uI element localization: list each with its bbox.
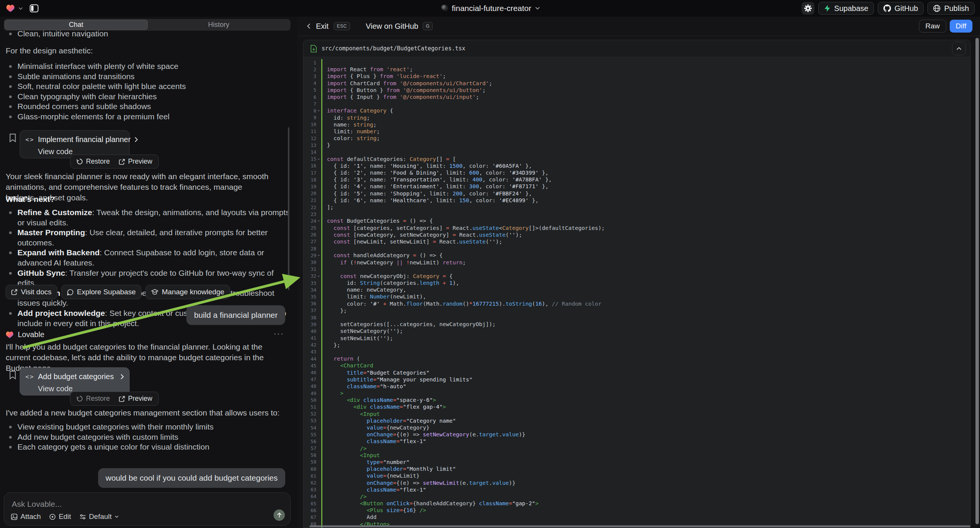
edit-button[interactable]: Edit — [49, 512, 71, 521]
code-line: 34 name: newCategory, — [304, 286, 970, 293]
back-chevron-icon[interactable] — [307, 23, 311, 29]
raw-button[interactable]: Raw — [919, 20, 946, 33]
bookmark-icon[interactable] — [9, 133, 16, 142]
project-chevron-icon — [535, 7, 540, 10]
code-line: 24›const BudgetCategories = () => { — [304, 218, 970, 224]
step-label: Refine & Customize — [18, 208, 92, 217]
code-line: 45 <ChartCard — [304, 362, 970, 369]
view-on-github-button[interactable]: View on GitHub G — [366, 22, 433, 31]
code-scrollbar-vertical[interactable] — [975, 38, 979, 524]
code-line: 53 placeholder="Category name" — [304, 417, 970, 424]
chat-input[interactable]: Ask Lovable... — [12, 499, 283, 509]
chevron-right-icon — [134, 137, 138, 142]
restore-button[interactable]: Restore — [73, 157, 114, 165]
more-options-icon[interactable]: ··· — [274, 329, 284, 339]
tab-history[interactable]: History — [148, 20, 290, 30]
external-link-icon — [119, 396, 125, 402]
code-line: 66 <Plus size={16} /> — [304, 507, 970, 514]
code-line: 33 id: String(categories.length + 1), — [304, 280, 970, 286]
version-card-implement-financial-planner[interactable]: <> Implement financial planner View code — [20, 130, 130, 158]
github-icon — [883, 5, 891, 12]
code-line: 54 value={newCategory} — [304, 424, 970, 431]
publish-button[interactable]: Publish — [928, 2, 975, 15]
globe-icon — [933, 5, 940, 12]
visit-docs-button[interactable]: Visit docs — [6, 285, 57, 299]
code-line: 47 subtitle="Manage your spending limits… — [304, 376, 970, 383]
version-card-add-budget-categories[interactable]: <> Add budget categories View code — [20, 367, 130, 396]
sliders-icon — [80, 514, 86, 520]
model-label: Default — [89, 512, 112, 521]
code-scrollbar-horizontal[interactable] — [310, 525, 970, 527]
code-line: 50 <div className="space-y-6"> — [304, 396, 970, 403]
tab-chat[interactable]: Chat — [5, 20, 148, 30]
code-line: 38 — [304, 314, 970, 321]
list-item: View existing budget categories with the… — [0, 422, 288, 432]
list-item: Refine & Customize: Tweak the design, an… — [0, 208, 293, 227]
list-item: Clean typography with clear hierarchies — [0, 92, 288, 102]
list-item: Subtle animations and transitions — [0, 72, 288, 82]
code-line: 10 name: string; — [304, 121, 970, 128]
chat-bubble-icon — [67, 289, 73, 296]
sidebar-toggle-icon[interactable] — [30, 4, 39, 13]
send-button[interactable] — [274, 509, 285, 521]
code-file-card: src/components/budget/BudgetCategories.t… — [303, 40, 970, 528]
project-switcher[interactable]: financial-future-creator — [440, 4, 539, 13]
code-line: 20 { id: '5', name: 'Shopping', limit: 2… — [304, 190, 970, 197]
code-line: 3import { Plus } from 'lucide-react'; — [304, 73, 970, 80]
file-header[interactable]: src/components/budget/BudgetCategories.t… — [304, 40, 970, 57]
knowledge-icon — [151, 289, 158, 295]
file-path: src/components/budget/BudgetCategories.t… — [321, 45, 952, 52]
supabase-label: Supabase — [834, 4, 868, 13]
code-line: 8›interface Category { — [304, 107, 970, 114]
user-message: would be cool if you could add budget ca… — [98, 468, 285, 488]
explore-supabase-button[interactable]: Explore Supabase — [61, 285, 141, 299]
esc-key-badge: ESC — [334, 22, 350, 30]
chevron-down-icon — [115, 515, 119, 518]
collapse-button[interactable] — [952, 42, 966, 55]
code-line: 57 /> — [304, 445, 970, 452]
code-line: 32› const newCategoryObj: Category = { — [304, 273, 970, 280]
explore-supabase-label: Explore Supabase — [77, 288, 135, 296]
settings-button[interactable] — [802, 2, 815, 15]
diff-button[interactable]: Diff — [950, 20, 972, 33]
code-line: 25 const [categories, setCategories] = R… — [304, 224, 970, 231]
code-line: 48 className="h-auto" — [304, 383, 970, 390]
design-bullet-list: Minimalist interface with plenty of whit… — [0, 61, 288, 122]
code-line: 4import ChartCard from '@/components/ui/… — [304, 80, 970, 87]
preview-button[interactable]: Preview — [115, 395, 156, 402]
code-line: 5import { Button } from '@/components/ui… — [304, 87, 970, 94]
code-content[interactable]: 12import React from 'react';3import { Pl… — [304, 57, 970, 528]
code-viewer-panel: Exit ESC View on GitHub G Raw Diff src/c — [298, 17, 980, 528]
code-line: 14 — [304, 148, 970, 155]
code-line: 59 type="number" — [304, 459, 970, 466]
code-line: 58 <Input — [304, 452, 970, 459]
visit-docs-label: Visit docs — [21, 288, 51, 296]
added-bullet-list: View existing budget categories with the… — [0, 422, 288, 452]
github-button[interactable]: GitHub — [878, 2, 924, 15]
list-item: Clean, intuitive navigation — [0, 29, 288, 39]
code-line: 62 onChange={(e) => setNewLimit(e.target… — [304, 479, 970, 486]
lovable-logo-icon[interactable] — [6, 4, 15, 13]
code-line: 29› const handleAddCategory = () => { — [304, 252, 970, 259]
supabase-button[interactable]: Supabase — [818, 2, 874, 15]
whats-next-heading: What's next? — [0, 195, 55, 204]
model-selector[interactable]: Default — [80, 512, 119, 521]
restore-icon — [76, 396, 83, 402]
code-line: 39 setCategories([...categories, newCate… — [304, 321, 970, 328]
code-line: 9 id: string; — [304, 115, 970, 121]
exit-button[interactable]: Exit — [316, 22, 328, 31]
list-item: Soft, neutral color palette with light b… — [0, 81, 288, 92]
preview-button[interactable]: Preview — [115, 157, 156, 165]
manage-knowledge-button[interactable]: Manage knowledge — [145, 285, 230, 299]
chat-scrollbar[interactable] — [288, 127, 290, 290]
logo-chevron-icon[interactable] — [19, 7, 23, 10]
top-bar: financial-future-creator Supabase G — [0, 0, 980, 17]
restore-label: Restore — [86, 157, 110, 165]
list-item: Rounded corners and subtle shadows — [0, 102, 288, 112]
restore-button[interactable]: Restore — [73, 395, 114, 402]
code-line: 43 — [304, 348, 970, 355]
code-line: 30 if (!newCategory || !newLimit) return… — [304, 259, 970, 266]
code-line: 63 className="flex-1" — [304, 486, 970, 493]
attach-button[interactable]: Attach — [11, 512, 41, 521]
bookmark-icon[interactable] — [9, 371, 16, 380]
